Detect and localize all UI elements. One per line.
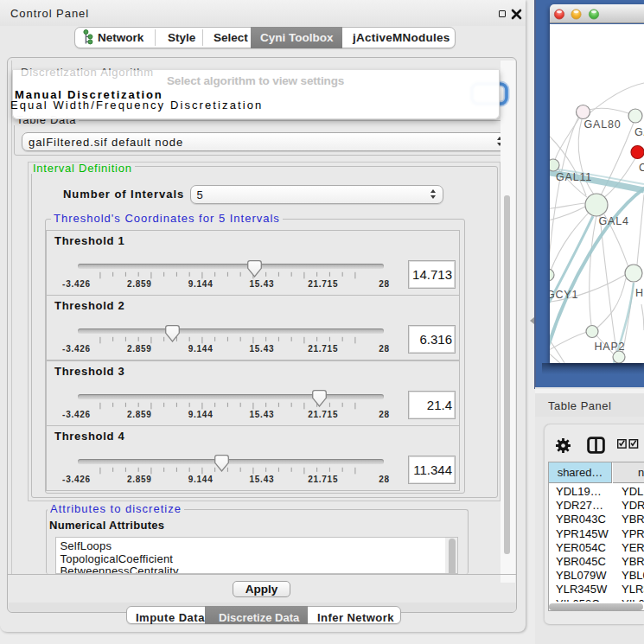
svg-text:GAL80: GAL80: [584, 118, 622, 131]
svg-text:C: C: [639, 162, 644, 174]
svg-text:GAL4: GAL4: [599, 215, 629, 227]
svg-text:GAL11: GAL11: [556, 171, 592, 183]
svg-text:GCY1: GCY1: [550, 289, 578, 301]
svg-text:H: H: [635, 287, 644, 299]
svg-text:HAP2: HAP2: [595, 341, 626, 353]
svg-text:GA: GA: [634, 126, 644, 138]
